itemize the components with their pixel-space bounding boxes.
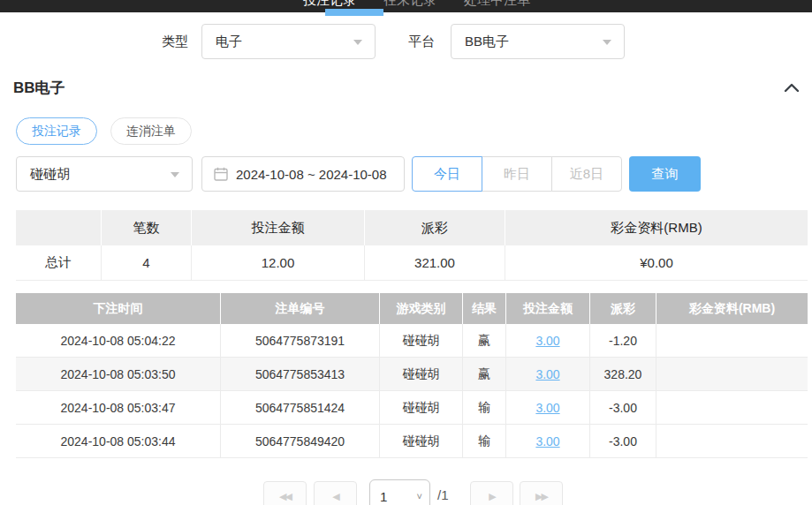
- detail-header-cell: 游戏类别: [380, 293, 463, 324]
- platform-label: 平台: [408, 24, 435, 59]
- top-nav-bar: 投注记录往来记录处理中注单: [0, 0, 812, 12]
- last-page-button[interactable]: ▶▶: [520, 481, 563, 505]
- bet-amount-cell: 3.00: [506, 425, 590, 458]
- search-button[interactable]: 查询: [629, 156, 701, 192]
- type-label: 类型: [162, 24, 188, 59]
- bet-time-cell: 2024-10-08 05:03:47: [16, 391, 221, 425]
- quick-date-button[interactable]: 今日: [412, 156, 482, 192]
- pagination: ◀◀ ◀ 1 ˅ /1 ▶ ▶▶: [0, 479, 812, 505]
- detail-header-cell: 派彩: [590, 293, 656, 324]
- bet-amount-link[interactable]: 3.00: [535, 434, 559, 448]
- summary-total-label: 总计: [16, 245, 102, 281]
- order-number-cell: 5064775853413: [221, 358, 380, 391]
- top-nav-tab[interactable]: 往来记录: [383, 0, 436, 9]
- bet-amount-cell: 3.00: [506, 358, 590, 391]
- bet-time-cell: 2024-10-08 05:04:22: [16, 324, 221, 358]
- bet-amount-cell: 3.00: [506, 324, 590, 358]
- pill-tab[interactable]: 连消注单: [110, 117, 192, 145]
- result-cell: 赢: [463, 324, 506, 358]
- last-page-icon: ▶▶: [535, 491, 547, 502]
- next-page-icon: ▶: [489, 491, 494, 502]
- table-row: 2024-10-08 05:03:445064775849420碰碰胡输3.00…: [16, 425, 808, 458]
- payout-cell: -3.00: [590, 425, 656, 458]
- summary-header-cell: 彩金资料(RMB): [505, 210, 808, 245]
- bet-time-cell: 2024-10-08 05:03:44: [16, 425, 221, 458]
- bonus-cell: [656, 324, 808, 358]
- next-page-button[interactable]: ▶: [470, 481, 513, 505]
- detail-header-cell: 注单编号: [221, 293, 380, 324]
- summary-header-cell: 笔数: [102, 210, 192, 245]
- game-type-cell: 碰碰胡: [380, 358, 463, 391]
- detail-table-body: 2024-10-08 05:04:225064775873191碰碰胡赢3.00…: [16, 324, 808, 458]
- page-select-value: 1: [380, 489, 387, 504]
- bet-amount-cell: 3.00: [506, 391, 590, 425]
- game-type-cell: 碰碰胡: [380, 425, 463, 458]
- result-cell: 输: [463, 391, 506, 425]
- order-number-cell: 5064775851424: [221, 391, 380, 425]
- chevron-down-icon: [603, 40, 611, 45]
- first-page-icon: ◀◀: [279, 491, 291, 502]
- prev-page-button[interactable]: ◀: [314, 481, 357, 505]
- game-select-value: 碰碰胡: [30, 166, 70, 183]
- chevron-down-icon: [171, 172, 179, 177]
- summary-payout: 321.00: [365, 245, 505, 281]
- bet-time-cell: 2024-10-08 05:03:50: [16, 358, 221, 391]
- platform-select[interactable]: BB电子: [451, 24, 625, 59]
- result-cell: 输: [463, 425, 506, 458]
- chevron-down-icon: [353, 40, 362, 45]
- bonus-cell: [656, 358, 808, 391]
- order-number-cell: 5064775849420: [221, 425, 380, 458]
- top-nav-tabs: 投注记录往来记录处理中注单: [303, 0, 530, 9]
- summary-count: 4: [102, 245, 192, 281]
- table-row: 2024-10-08 05:04:225064775873191碰碰胡赢3.00…: [16, 324, 808, 358]
- quick-date-buttons: 今日昨日近8日: [412, 156, 622, 192]
- game-type-cell: 碰碰胡: [380, 324, 463, 358]
- first-page-button[interactable]: ◀◀: [263, 481, 307, 505]
- top-nav-tab[interactable]: 投注记录: [303, 0, 356, 9]
- summary-bet-amount: 12.00: [192, 245, 365, 281]
- summary-table-row: 总计 4 12.00 321.00 ¥0.00: [16, 245, 808, 281]
- summary-header-cell: [16, 210, 102, 245]
- type-select[interactable]: 电子: [201, 24, 376, 59]
- detail-header-cell: 结果: [463, 293, 506, 324]
- table-row: 2024-10-08 05:03:475064775851424碰碰胡输3.00…: [16, 391, 808, 425]
- bonus-cell: [656, 391, 808, 425]
- bet-amount-link[interactable]: 3.00: [535, 401, 559, 415]
- quick-date-button[interactable]: 昨日: [482, 156, 552, 192]
- collapse-section-button[interactable]: [781, 79, 802, 97]
- summary-table: 笔数投注金额派彩彩金资料(RMB) 总计 4 12.00 321.00 ¥0.0…: [16, 210, 808, 281]
- pill-tab[interactable]: 投注记录: [16, 117, 97, 145]
- date-range-input[interactable]: 2024-10-08 ~ 2024-10-08: [201, 156, 405, 192]
- game-type-cell: 碰碰胡: [380, 391, 463, 425]
- type-select-value: 电子: [216, 34, 242, 50]
- payout-cell: -1.20: [590, 324, 656, 358]
- active-tab-underline: [325, 9, 383, 16]
- summary-header-cell: 投注金额: [192, 210, 365, 245]
- summary-bonus: ¥0.00: [505, 245, 808, 281]
- detail-table: 下注时间注单编号游戏类别结果投注金额派彩彩金资料(RMB) 2024-10-08…: [16, 293, 808, 458]
- bet-amount-link[interactable]: 3.00: [535, 334, 559, 348]
- summary-header-cell: 派彩: [365, 210, 505, 245]
- quick-date-button[interactable]: 近8日: [551, 156, 622, 192]
- chevron-down-icon: ˅: [417, 491, 422, 501]
- payout-cell: -3.00: [590, 391, 656, 425]
- order-number-cell: 5064775873191: [221, 324, 380, 358]
- game-select[interactable]: 碰碰胡: [16, 156, 193, 192]
- detail-header-cell: 下注时间: [16, 293, 221, 324]
- table-row: 2024-10-08 05:03:505064775853413碰碰胡赢3.00…: [16, 358, 808, 391]
- page-total: /1: [437, 487, 449, 502]
- record-type-pills: 投注记录连消注单: [16, 117, 192, 145]
- bonus-cell: [656, 425, 808, 458]
- bet-amount-link[interactable]: 3.00: [535, 367, 559, 381]
- section-title: BB电子: [13, 78, 65, 98]
- payout-cell: 328.20: [590, 358, 656, 391]
- detail-header-cell: 彩金资料(RMB): [656, 293, 808, 324]
- chevron-up-icon: [781, 79, 802, 97]
- top-nav-tab[interactable]: 处理中注单: [464, 0, 530, 9]
- detail-table-header: 下注时间注单编号游戏类别结果投注金额派彩彩金资料(RMB): [16, 293, 808, 324]
- prev-page-icon: ◀: [332, 491, 338, 502]
- detail-header-cell: 投注金额: [506, 293, 590, 324]
- date-range-value: 2024-10-08 ~ 2024-10-08: [236, 167, 387, 182]
- summary-table-header: 笔数投注金额派彩彩金资料(RMB): [16, 210, 808, 245]
- page-select[interactable]: 1 ˅: [369, 479, 430, 505]
